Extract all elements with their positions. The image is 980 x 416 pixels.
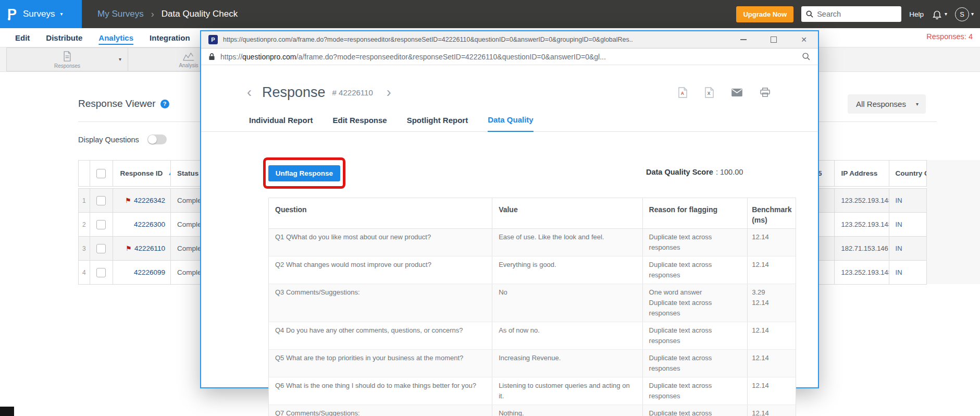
toolbar-analysis-label: Analysis (179, 63, 198, 68)
tab-edit[interactable]: Edit (15, 33, 30, 42)
country-code-cell: IN (889, 237, 926, 260)
account-menu[interactable]: S ▾ (955, 7, 974, 21)
response-id-link[interactable]: 42226342 (134, 197, 165, 204)
reason-line: Duplicate text across responses (649, 353, 741, 374)
question-cell: Q2 What changes would most improve our p… (269, 256, 492, 284)
maximize-icon[interactable] (770, 36, 777, 43)
response-id-cell: ⚑42226110 (113, 237, 171, 260)
email-icon[interactable] (731, 89, 742, 96)
breadcrumb-current-page: Data Quality Check (162, 9, 238, 19)
svg-text:X: X (708, 91, 711, 96)
benchmark-cell: 12.14 (748, 322, 796, 349)
unflag-response-button[interactable]: Unflag Response (268, 165, 340, 181)
benchmark-line: 12.14 (752, 408, 789, 416)
chevron-down-icon: ▾ (945, 11, 947, 17)
benchmark-line: 12.14 (752, 232, 789, 242)
window-title: https://questionpro.com/a/frame.do?mode=… (223, 36, 728, 43)
country-code-cell: IN (889, 213, 926, 236)
tab-data-quality[interactable]: Data Quality (488, 115, 534, 132)
response-id-link[interactable]: 42226110 (134, 244, 165, 252)
benchmark-line: 12.14 (752, 298, 789, 308)
row-number-header (79, 161, 90, 186)
checkbox-cell (90, 261, 113, 284)
benchmark-cell: 3.2912.14 (748, 284, 796, 322)
tab-distribute[interactable]: Distribute (46, 33, 82, 42)
ip-address-cell: 182.71.153.146 (835, 237, 889, 260)
ip-address-header[interactable]: IP Address (835, 161, 889, 186)
benchmark-cell: 12.14 (748, 350, 796, 377)
select-all-checkbox[interactable] (96, 169, 106, 178)
benchmark-line: 12.14 (752, 381, 789, 391)
response-tabs: Individual Report Edit Response Spotligh… (201, 108, 818, 132)
window-titlebar[interactable]: P https://questionpro.com/a/frame.do?mod… (201, 31, 818, 48)
help-badge-icon[interactable]: ? (160, 100, 169, 108)
address-url: https://questionpro.com/a/frame.do?mode=… (220, 53, 783, 61)
export-pdf-icon[interactable]: A (678, 87, 687, 98)
benchmark-cell: 12.14 (748, 405, 796, 416)
tab-edit-response[interactable]: Edit Response (333, 116, 387, 131)
all-responses-dropdown[interactable]: All Responses ▾ (848, 94, 926, 114)
value-cell: Nothing. (492, 405, 642, 416)
ip-address-cell: 123.252.193.148 (835, 189, 889, 212)
tab-individual-report[interactable]: Individual Report (249, 116, 313, 131)
reason-cell: One word answerDuplicate text across res… (643, 284, 748, 322)
responses-document-icon (62, 51, 72, 62)
row-number: 1 (79, 189, 90, 212)
value-cell: Increasing Revenue. (492, 350, 642, 377)
reason-line: Duplicate text across responses (649, 325, 741, 346)
minimize-icon[interactable] (740, 36, 747, 43)
country-code-cell: IN (889, 261, 926, 284)
toggle-knob (148, 135, 157, 144)
svg-text:A: A (681, 91, 684, 96)
next-response-icon[interactable]: › (387, 85, 391, 100)
breadcrumb-my-surveys[interactable]: My Surveys (97, 9, 144, 19)
tab-analytics[interactable]: Analytics (98, 33, 133, 42)
chevron-down-icon: ▾ (971, 11, 974, 17)
address-bar[interactable]: https://questionpro.com/a/frame.do?mode=… (201, 48, 818, 65)
reason-line: Duplicate text across responses (649, 232, 741, 253)
notifications-menu[interactable]: ▾ (932, 9, 947, 20)
question-header: Question (269, 198, 492, 228)
help-link[interactable]: Help (909, 10, 924, 18)
benchmark-cell: 12.14 (748, 256, 796, 284)
row-number: 2 (79, 213, 90, 236)
surveys-menu-label: Surveys (23, 9, 55, 19)
table-side-panel (927, 160, 980, 284)
reason-line: Duplicate text across responses (649, 298, 741, 319)
export-excel-icon[interactable]: X (705, 87, 714, 98)
display-questions-toggle[interactable] (147, 134, 167, 144)
previous-response-icon[interactable]: ‹ (247, 85, 252, 100)
value-cell: As of now no. (492, 322, 642, 349)
data-quality-row: Q1 QWhat do you like most about our new … (269, 229, 796, 256)
reason-line: Duplicate text across responses (649, 381, 741, 401)
response-id-cell: 42226099 (113, 261, 171, 284)
display-questions-label: Display Questions (78, 136, 139, 144)
print-icon[interactable] (760, 88, 770, 97)
data-quality-score-value: : 100.00 (716, 168, 743, 176)
chevron-down-icon: ▾ (119, 57, 121, 62)
row-checkbox[interactable] (96, 268, 106, 277)
response-id-header[interactable]: Response ID ▲ (113, 161, 171, 186)
row-checkbox[interactable] (96, 196, 106, 205)
country-code-header[interactable]: Country Co (889, 161, 926, 186)
response-id-link[interactable]: 42226300 (134, 221, 165, 228)
close-icon[interactable]: ✕ (800, 36, 808, 43)
response-editor-window: P https://questionpro.com/a/frame.do?mod… (200, 30, 819, 388)
question-cell: Q3 Comments/Suggestions: (269, 284, 492, 322)
row-number: 4 (79, 261, 90, 284)
reason-cell: Duplicate text across responses (643, 405, 748, 416)
screen-corner-strip (0, 407, 14, 416)
search-input[interactable] (801, 6, 901, 22)
upgrade-now-button[interactable]: Upgrade Now (736, 6, 793, 22)
tab-integration[interactable]: Integration (150, 33, 190, 42)
response-id-link[interactable]: 42226099 (134, 268, 165, 276)
surveys-menu[interactable]: P Surveys ▾ (0, 0, 82, 28)
tab-spotlight-report[interactable]: Spotlight Report (407, 116, 468, 131)
row-checkbox[interactable] (96, 244, 106, 253)
row-checkbox[interactable] (96, 220, 106, 229)
page-zoom-icon[interactable] (802, 52, 811, 61)
toolbar-responses-button[interactable]: Responses ▾ (6, 47, 128, 71)
reason-line: Duplicate text across responses (649, 260, 741, 280)
data-quality-score-label: Data Quality Score (646, 168, 713, 176)
reason-line: Duplicate text across responses (649, 408, 741, 416)
